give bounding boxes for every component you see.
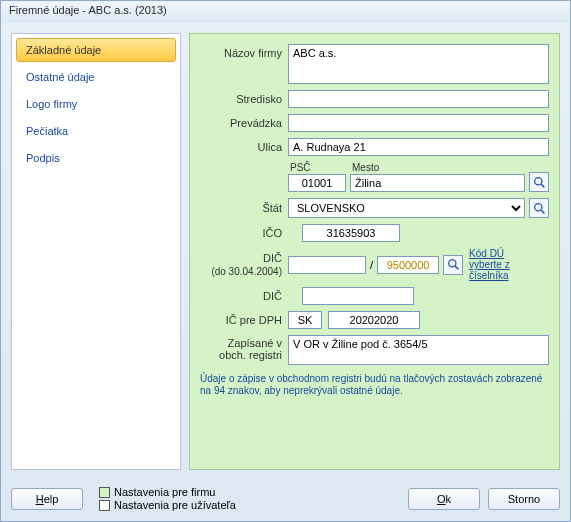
lookup-mesto-icon[interactable] (529, 172, 549, 192)
sidebar-item-ostatne[interactable]: Ostatné údaje (16, 65, 176, 89)
link-kod-du[interactable]: Kód DÚ vyberte z číselníka (469, 248, 517, 281)
input-stredisko[interactable] (288, 90, 549, 108)
label-psc: PSČ (288, 162, 346, 173)
window: Firemné údaje - ABC a.s. (2013) Základné… (0, 0, 571, 522)
swatch-user (99, 500, 110, 511)
legend: Nastavenia pre firmu Nastavenia pre užív… (91, 486, 400, 511)
input-dic-left[interactable] (288, 256, 366, 274)
lookup-stat-icon[interactable] (529, 198, 549, 218)
input-icdph[interactable] (328, 311, 420, 329)
label-nazov: Názov firmy (200, 44, 288, 59)
swatch-firm (99, 487, 110, 498)
label-register: Zapísané v obch. registri (200, 335, 288, 361)
label-stredisko: Stredisko (200, 93, 288, 105)
svg-line-5 (455, 266, 458, 269)
sidebar-item-logo[interactable]: Logo firmy (16, 92, 176, 116)
sidebar-item-zakladne[interactable]: Základné údaje (16, 38, 176, 62)
svg-point-2 (534, 203, 541, 210)
footer: Help Nastavenia pre firmu Nastavenia pre… (1, 480, 570, 521)
titlebar: Firemné údaje - ABC a.s. (2013) (1, 1, 570, 23)
input-mesto[interactable] (350, 174, 525, 192)
input-psc[interactable] (288, 174, 346, 192)
sidebar-item-podpis[interactable]: Podpis (16, 146, 176, 170)
select-stat[interactable]: SLOVENSKO (288, 198, 525, 218)
help-button[interactable]: Help (11, 488, 83, 510)
label-dic-old: DIČ (do 30.04.2004) (200, 252, 288, 276)
input-ico[interactable] (302, 224, 400, 242)
input-dic-right[interactable] (377, 256, 439, 274)
content-area: Základné údaje Ostatné údaje Logo firmy … (1, 23, 570, 480)
input-prevadzka[interactable] (288, 114, 549, 132)
input-icdph-prefix[interactable] (288, 311, 322, 329)
label-dic2: DIČ (200, 290, 288, 302)
label-prevadzka: Prevádzka (200, 117, 288, 129)
input-register[interactable]: V OR v Žiline pod č. 3654/5 (288, 335, 549, 365)
legend-user: Nastavenia pre užívateľa (114, 499, 236, 511)
label-ulica: Ulica (200, 141, 288, 153)
sidebar-item-peciatka[interactable]: Pečiatka (16, 119, 176, 143)
input-nazov-firmy[interactable]: ABC a.s. (288, 44, 549, 84)
label-ico: IČO (200, 227, 288, 239)
label-icdph: IČ pre DPH (200, 314, 288, 326)
label-mesto: Mesto (350, 162, 525, 173)
ok-button[interactable]: Ok (408, 488, 480, 510)
storno-button[interactable]: Storno (488, 488, 560, 510)
svg-line-3 (541, 210, 544, 213)
lookup-du-icon[interactable] (443, 255, 463, 275)
register-footnote: Údaje o zápise v obchodnom registri budú… (200, 373, 549, 397)
input-dic2[interactable] (302, 287, 414, 305)
svg-line-1 (541, 184, 544, 187)
label-stat: Štát (200, 202, 288, 214)
window-title: Firemné údaje - ABC a.s. (2013) (9, 4, 167, 16)
input-ulica[interactable] (288, 138, 549, 156)
legend-firm: Nastavenia pre firmu (114, 486, 216, 498)
svg-point-0 (534, 177, 541, 184)
dic-separator: / (366, 259, 377, 271)
sidebar: Základné údaje Ostatné údaje Logo firmy … (11, 33, 181, 470)
form-panel: Názov firmy ABC a.s. Stredisko Prevádzka… (189, 33, 560, 470)
svg-point-4 (448, 260, 455, 267)
